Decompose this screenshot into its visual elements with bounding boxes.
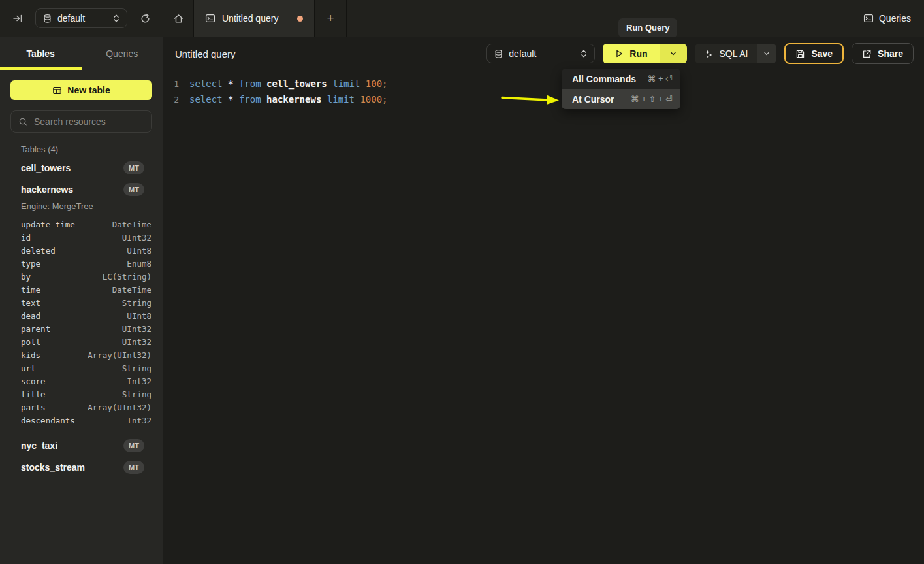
sidebar-tab-queries-label: Queries: [106, 48, 138, 59]
toolbar-database-selector[interactable]: default: [486, 44, 595, 63]
database-selector-value: default: [57, 13, 85, 24]
table-columns: update_timeDateTimeidUInt32deletedUInt8t…: [0, 214, 163, 435]
share-button-label: Share: [878, 48, 903, 59]
share-icon: [862, 49, 872, 59]
column-row: update_timeDateTime: [0, 218, 163, 231]
run-menu: All Commands⌘ + ⏎At Cursor⌘ + ⇧ + ⏎: [562, 69, 680, 109]
code-content: select * from hackernews limit 1000;: [189, 94, 388, 105]
code-line[interactable]: 1select * from cell_towers limit 100;: [163, 76, 924, 91]
home-button[interactable]: [163, 0, 194, 37]
column-row: kidsArray(UInt32): [0, 348, 163, 361]
table-name: stocks_stream: [21, 462, 85, 473]
table-row[interactable]: cell_towersMT: [0, 157, 163, 178]
column-row: descendantsInt32: [0, 414, 163, 427]
run-button-label: Run: [629, 48, 647, 59]
terminal-icon: [205, 13, 215, 24]
new-tab-button[interactable]: +: [315, 0, 347, 37]
column-row: scoreInt32: [0, 374, 163, 388]
engine-badge: MT: [123, 161, 144, 174]
run-button[interactable]: Run: [603, 44, 659, 63]
query-toolbar: Untitled query default: [163, 37, 924, 70]
sql-ai-button[interactable]: SQL AI: [695, 44, 757, 63]
sql-ai-options-button[interactable]: [757, 44, 776, 63]
chevron-updown-icon: [580, 49, 588, 58]
run-options-button[interactable]: [660, 44, 687, 63]
collapse-sidebar-icon: [12, 13, 23, 24]
column-type: String: [122, 363, 151, 373]
column-type: String: [122, 390, 151, 399]
collapse-sidebar-button[interactable]: [9, 10, 26, 27]
column-type: LC(String): [103, 272, 151, 282]
column-type: Array(UInt32): [88, 403, 151, 412]
line-number: 1: [163, 79, 179, 89]
query-title: Untitled query: [175, 48, 236, 59]
refresh-button[interactable]: [136, 10, 153, 27]
tooltip-text: Run Query: [626, 23, 669, 33]
new-table-label: New table: [67, 85, 110, 95]
new-table-button[interactable]: New table: [10, 80, 152, 100]
chevron-updown-icon: [112, 14, 120, 23]
table-name: nyc_taxi: [21, 440, 57, 451]
table-icon: [52, 86, 62, 95]
column-type: UInt32: [122, 324, 151, 334]
share-button[interactable]: Share: [852, 43, 914, 64]
menu-item-shortcut: ⌘ + ⏎: [647, 74, 673, 84]
search-icon: [18, 117, 28, 127]
menu-item-all-commands[interactable]: All Commands⌘ + ⏎: [562, 69, 680, 89]
sidebar-tab-tables[interactable]: Tables: [0, 37, 82, 70]
column-type: Int32: [127, 376, 151, 386]
column-type: DateTime: [112, 220, 151, 229]
column-name: kids: [21, 350, 40, 360]
column-row: pollUInt32: [0, 335, 163, 348]
column-name: id: [21, 233, 31, 242]
column-row: typeEnum8: [0, 257, 163, 270]
tab-untitled-query[interactable]: Untitled query: [194, 0, 315, 37]
sql-ai-button-label: SQL AI: [720, 48, 748, 59]
plus-icon: +: [327, 11, 334, 25]
sql-ai-split-button: SQL AI: [695, 44, 777, 63]
topbar-database-selector[interactable]: default: [35, 8, 127, 28]
sidebar-tab-queries[interactable]: Queries: [82, 37, 163, 70]
column-name: update_time: [21, 220, 75, 229]
column-type: Int32: [127, 416, 151, 425]
column-name: title: [21, 390, 46, 399]
column-name: text: [21, 298, 40, 308]
column-name: by: [21, 272, 31, 282]
column-name: url: [21, 363, 36, 373]
column-row: byLC(String): [0, 270, 163, 283]
save-icon: [795, 49, 805, 59]
column-type: Array(UInt32): [88, 350, 151, 360]
column-name: poll: [21, 337, 40, 347]
menu-item-label: At Cursor: [572, 94, 614, 105]
tab-strip: Untitled query +: [163, 0, 347, 37]
column-row: partsArray(UInt32): [0, 401, 163, 414]
column-row: deletedUInt8: [0, 244, 163, 257]
table-engine-label: Engine: MergeTree: [0, 200, 163, 214]
table-row[interactable]: hackernewsMT: [0, 178, 163, 200]
queries-button[interactable]: Queries: [850, 0, 924, 37]
search-box[interactable]: [10, 110, 152, 133]
toolbar-actions: default Run: [486, 43, 914, 64]
column-type: Enum8: [127, 259, 151, 269]
table-name: hackernews: [21, 184, 73, 195]
topbar-sidebar-section: default: [0, 0, 163, 37]
column-row: timeDateTime: [0, 283, 163, 296]
database-icon: [494, 49, 503, 59]
column-row: urlString: [0, 361, 163, 374]
database-selector-value: default: [509, 48, 536, 59]
tab-label: Untitled query: [222, 13, 278, 24]
column-type: UInt32: [122, 233, 151, 242]
column-name: time: [21, 285, 40, 295]
table-row[interactable]: nyc_taxiMT: [0, 435, 163, 456]
column-row: titleString: [0, 388, 163, 401]
engine-badge: MT: [123, 183, 144, 196]
save-button[interactable]: Save: [784, 43, 844, 64]
sidebar-tabs: Tables Queries: [0, 37, 163, 70]
annotation-arrow-icon: [500, 91, 562, 107]
search-input[interactable]: [34, 116, 152, 127]
column-type: UInt8: [127, 311, 151, 321]
table-row[interactable]: stocks_streamMT: [0, 456, 163, 478]
column-name: parent: [21, 324, 50, 334]
queries-button-label: Queries: [879, 13, 911, 24]
menu-item-at-cursor[interactable]: At Cursor⌘ + ⇧ + ⏎: [562, 89, 680, 109]
